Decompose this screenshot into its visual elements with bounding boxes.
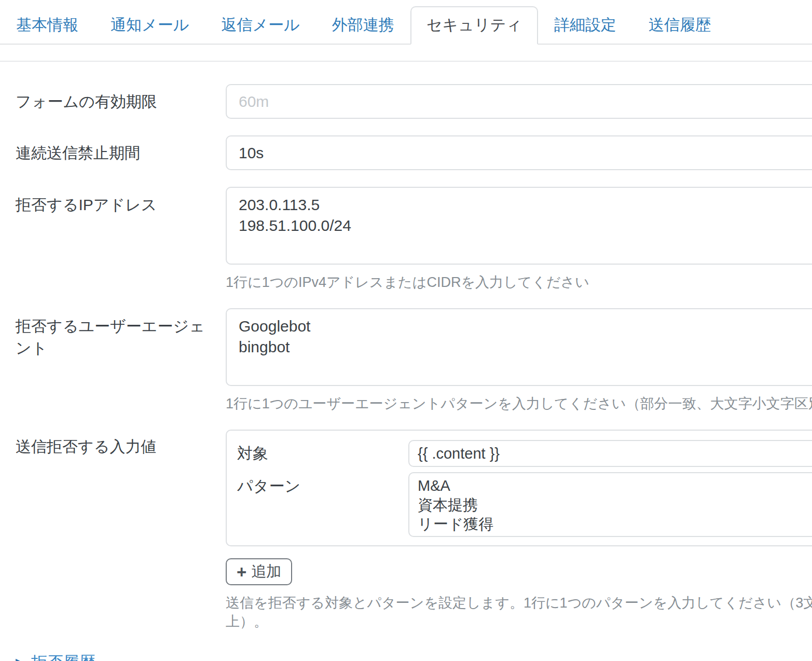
deny-ip-row: 拒否するIPアドレス 203.0.113.5 198.51.100.0/24 1… (16, 187, 812, 292)
tab-reply-mail[interactable]: 返信メール (205, 6, 315, 44)
deny-content-control: 対象 パターン M&A 資本提携 リード獲得 + 追加 (226, 430, 812, 631)
deny-content-help: 送信を拒否する対象とパターンを設定します。1行に1つのパターンを入力してください… (226, 594, 812, 631)
form-expiry-input[interactable] (226, 84, 812, 119)
tab-bar: 基本情報 通知メール 返信メール 外部連携 セキュリティ 詳細設定 送信履歴 (0, 0, 812, 45)
deny-ip-help: 1行に1つのIPv4アドレスまたはCIDRを入力してください (226, 273, 812, 292)
deny-history-toggle[interactable]: ▶ 拒否履歴 (16, 652, 95, 661)
triangle-right-icon: ▶ (16, 657, 24, 661)
deny-ua-row: 拒否するユーザーエージェント Googlebot bingbot 1行に1つのユ… (16, 308, 812, 413)
tab-advanced-settings[interactable]: 詳細設定 (538, 6, 632, 44)
form-expiry-label: フォームの有効期限 (16, 91, 226, 113)
deny-history-label: 拒否履歴 (31, 652, 95, 661)
security-tab-panel: フォームの有効期限 連続送信禁止期間 拒否するIPアドレス 203.0.113.… (0, 62, 812, 661)
deny-ip-textarea[interactable]: 203.0.113.5 198.51.100.0/24 (226, 187, 812, 265)
deny-content-pattern-control: M&A 資本提携 リード獲得 (408, 472, 812, 537)
tab-basic-info[interactable]: 基本情報 (0, 6, 94, 44)
tab-security[interactable]: セキュリティ (410, 6, 538, 45)
deny-content-pattern-textarea[interactable]: M&A 資本提携 リード獲得 (408, 472, 812, 537)
deny-content-target-input[interactable] (408, 440, 812, 467)
form-security-settings-page: 基本情報 通知メール 返信メール 外部連携 セキュリティ 詳細設定 送信履歴 フ… (0, 0, 812, 661)
rate-limit-input[interactable] (226, 135, 812, 170)
add-deny-rule-button[interactable]: + 追加 (226, 558, 292, 585)
form-expiry-control (226, 84, 812, 119)
rate-limit-row: 連続送信禁止期間 (16, 135, 812, 170)
deny-content-target-label: 対象 (237, 443, 408, 464)
tab-send-history[interactable]: 送信履歴 (632, 6, 727, 44)
form-expiry-row: フォームの有効期限 (16, 84, 812, 119)
plus-icon: + (237, 563, 246, 581)
deny-ua-label: 拒否するユーザーエージェント (16, 308, 226, 413)
deny-content-group-box: 対象 パターン M&A 資本提携 リード獲得 (226, 430, 812, 546)
add-deny-rule-button-label: 追加 (251, 561, 281, 582)
tab-notification-mail[interactable]: 通知メール (94, 6, 205, 44)
deny-ip-control: 203.0.113.5 198.51.100.0/24 1行に1つのIPv4アド… (226, 187, 812, 292)
rate-limit-label: 連続送信禁止期間 (16, 142, 226, 164)
deny-content-target-control (408, 440, 812, 467)
deny-content-pattern-row: パターン M&A 資本提携 リード獲得 (237, 472, 812, 537)
deny-content-pattern-label: パターン (237, 472, 408, 537)
deny-content-row: 送信拒否する入力値 対象 パターン M&A 資本提携 リード獲得 (16, 430, 812, 631)
tab-external-integration[interactable]: 外部連携 (316, 6, 410, 44)
rate-limit-control (226, 135, 812, 170)
deny-ua-control: Googlebot bingbot 1行に1つのユーザーエージェントパターンを入… (226, 308, 812, 413)
deny-ua-help: 1行に1つのユーザーエージェントパターンを入力してください（部分一致、大文字小文… (226, 394, 812, 413)
deny-ua-textarea[interactable]: Googlebot bingbot (226, 308, 812, 386)
deny-ip-label: 拒否するIPアドレス (16, 187, 226, 292)
deny-content-target-row: 対象 (237, 440, 812, 467)
deny-content-label: 送信拒否する入力値 (16, 430, 226, 631)
